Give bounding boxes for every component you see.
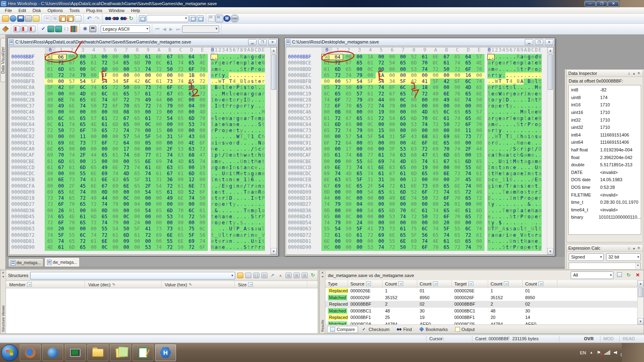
hex-byte[interactable]: 00 [332, 208, 343, 214]
ascii-char[interactable]: . [538, 152, 542, 158]
ascii-char[interactable]: e [531, 54, 534, 60]
hex-byte[interactable]: 72 [56, 72, 66, 79]
hex-byte[interactable]: 6C [430, 60, 441, 66]
close-button[interactable]: ✕ [608, 1, 619, 6]
hex-byte[interactable]: 4E [452, 208, 463, 214]
ascii-char[interactable]: m [218, 244, 222, 250]
hex-byte[interactable]: 41 [143, 226, 153, 232]
ascii-char[interactable]: e [247, 189, 251, 195]
hex-byte[interactable]: 00 [132, 189, 143, 195]
compare-row[interactable]: Replaced00008BBF20200008BBF202 [325, 301, 637, 308]
hex-byte[interactable]: 98 [321, 54, 332, 60]
structures-hammer-icon[interactable] [2, 26, 9, 32]
ascii-char[interactable]: P [538, 97, 542, 103]
hex-byte[interactable]: 6C [430, 116, 441, 122]
ascii-char[interactable]: . [243, 109, 247, 115]
ascii-char[interactable]: . [243, 220, 247, 226]
hex-byte[interactable]: 73 [376, 226, 387, 232]
hex-byte[interactable]: 70 [66, 201, 77, 207]
hex-byte[interactable]: 00 [398, 201, 408, 207]
hex-byte[interactable]: 00 [121, 66, 132, 72]
hex-byte[interactable]: 70 [121, 103, 132, 109]
hex-byte[interactable]: 6C [56, 116, 66, 122]
hex-byte[interactable]: 65 [463, 109, 474, 115]
hex-byte[interactable]: 74 [88, 232, 99, 238]
hex-byte[interactable]: 50 [121, 85, 132, 91]
ascii-char[interactable]: . [509, 201, 513, 207]
hex-byte[interactable]: 5F [398, 134, 408, 140]
ascii-char[interactable]: r [491, 72, 495, 79]
hex-byte[interactable]: 18 [197, 85, 208, 91]
hex-byte[interactable]: 6E [441, 91, 452, 97]
hex-byte[interactable]: 61 [143, 54, 153, 60]
ascii-char[interactable]: t [251, 159, 254, 165]
hex-byte[interactable]: 00 [132, 208, 143, 214]
hex-byte[interactable]: 74 [376, 244, 387, 250]
ascii-char[interactable]: S [240, 66, 243, 72]
ascii-char[interactable]: . [225, 134, 229, 140]
ascii-char[interactable]: p [261, 116, 265, 122]
hex-byte[interactable]: 00 [164, 220, 175, 226]
ascii-char[interactable]: . [261, 201, 265, 207]
hex-byte[interactable]: 49 [88, 195, 99, 201]
ascii-char[interactable]: y [491, 201, 495, 207]
hex-byte[interactable]: 65 [77, 116, 88, 122]
hex-byte[interactable]: 53 [132, 66, 143, 72]
ascii-char[interactable]: t [531, 60, 534, 66]
hex-byte[interactable]: 72 [452, 244, 463, 250]
hex-byte[interactable]: 55 [77, 171, 88, 177]
ascii-char[interactable]: . [236, 214, 240, 220]
ascii-char[interactable]: I [211, 177, 214, 183]
ascii-char[interactable]: _ [243, 134, 247, 140]
hex-byte[interactable]: 72 [153, 116, 164, 122]
ascii-char[interactable]: p [527, 146, 531, 152]
hex-byte[interactable]: 65 [88, 165, 99, 171]
ascii-char[interactable]: . [258, 220, 261, 226]
ascii-char[interactable]: . [487, 244, 491, 250]
hex-byte[interactable]: 00 [121, 208, 132, 214]
ascii-char[interactable]: i [505, 232, 509, 238]
hex-byte[interactable]: 44 [321, 195, 332, 201]
braces-icon[interactable]: ( ) [253, 273, 259, 278]
scrollbar-left[interactable]: ▲ ▼ [270, 47, 277, 254]
hex-byte[interactable]: 65 [463, 238, 474, 244]
ascii-char[interactable]: m [240, 60, 243, 66]
ascii-char[interactable]: W [240, 91, 243, 97]
ascii-char[interactable]: . [225, 159, 229, 165]
scroll-thumb[interactable] [271, 54, 276, 90]
ascii-char[interactable]: a [505, 171, 509, 177]
hex-byte[interactable]: 6D [110, 122, 121, 128]
hex-byte[interactable]: 6F [463, 66, 474, 72]
ascii-char[interactable]: r [491, 85, 495, 91]
hex-byte[interactable]: 00 [77, 146, 88, 152]
hex-byte[interactable]: 00 [77, 159, 88, 165]
hex-byte[interactable]: 65 [66, 116, 77, 122]
ascii-char[interactable]: e [498, 116, 502, 122]
ascii-char[interactable]: l [243, 79, 247, 85]
compare-row[interactable]: Replaced00008BF1251900008BF12014 [325, 314, 637, 321]
hex-byte[interactable]: 00 [430, 177, 441, 183]
ascii-char[interactable]: . [222, 66, 225, 72]
ascii-char[interactable]: . [502, 54, 505, 60]
ascii-char[interactable]: t [534, 183, 538, 189]
ascii-char[interactable]: . [491, 54, 495, 60]
ascii-char[interactable]: . [502, 195, 505, 201]
scrollbar-right[interactable]: ▲ ▼ [547, 47, 553, 254]
hex-byte[interactable]: 61 [332, 152, 343, 158]
ascii-char[interactable]: . [240, 195, 243, 201]
hex-byte[interactable]: 0C [365, 66, 376, 72]
ascii-char[interactable]: o [534, 122, 538, 128]
hex-byte[interactable]: 61 [474, 232, 485, 238]
hex-byte[interactable]: 6D [452, 238, 463, 244]
ascii-char[interactable]: . [258, 165, 261, 171]
hex-byte[interactable]: 00 [398, 122, 408, 128]
ascii-char[interactable]: N [261, 60, 265, 66]
hex-byte[interactable]: 65 [77, 244, 88, 250]
ascii-char[interactable]: a [520, 54, 524, 60]
ascii-char[interactable]: r [491, 116, 495, 122]
ascii-char[interactable]: . [261, 72, 265, 79]
ascii-char[interactable]: r [229, 232, 232, 238]
hex-byte[interactable]: 00 [99, 66, 110, 72]
hex-byte[interactable]: 49 [45, 97, 56, 103]
hex-byte[interactable]: 65 [408, 159, 419, 165]
